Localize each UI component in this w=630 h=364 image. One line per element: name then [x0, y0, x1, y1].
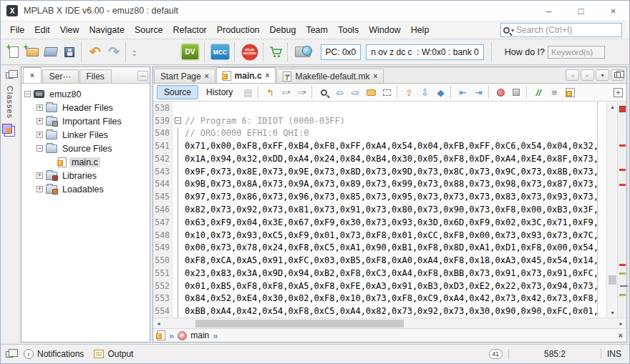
expand-icon[interactable]: +	[37, 104, 43, 111]
line-number[interactable]: 540	[153, 127, 173, 140]
search-box[interactable]: ▾	[500, 23, 622, 37]
code-line-550[interactable]: 5500xF8,0xCA,0xA5,0x91,0xFC,0x03,0xB5,0x…	[153, 254, 606, 267]
source-view-button[interactable]: Source	[157, 85, 198, 99]
code-line-553[interactable]: 5530x84,0x52,0xE4,0x30,0x02,0xF8,0x10,0x…	[153, 292, 606, 305]
classes-icon[interactable]	[4, 126, 15, 137]
toolbar-overflow-button[interactable]: ⌄⌄	[132, 49, 137, 56]
code-line-543[interactable]: 5430x9F,0x73,0x8E,0x73,0x9E,0x73,0x8D,0x…	[153, 165, 606, 178]
new-project-button[interactable]	[23, 43, 42, 62]
menu-item-file[interactable]: File	[5, 23, 29, 37]
tab-projects[interactable]: ×	[23, 67, 42, 83]
back-icon[interactable]: ⇐▾	[278, 85, 293, 99]
menu-item-refactor[interactable]: Refactor	[168, 23, 212, 37]
horizontal-scrollbar[interactable]: ◂ ▸	[153, 318, 626, 328]
line-number[interactable]: 553	[153, 292, 173, 305]
menu-item-team[interactable]: Team	[301, 23, 333, 37]
tree-item-linker-files[interactable]: +Linker Files	[21, 128, 150, 142]
record-macro-icon[interactable]	[493, 85, 508, 99]
expand-icon[interactable]: +	[37, 132, 43, 138]
notifications-button[interactable]: i Notifications	[24, 349, 84, 359]
mcc-button[interactable]: MCC	[209, 43, 232, 62]
line-number[interactable]: 544	[153, 178, 173, 191]
history-view-button[interactable]: History	[200, 86, 239, 99]
close-icon[interactable]: ×	[266, 72, 270, 79]
menu-item-navigate[interactable]: Navigate	[84, 23, 130, 37]
stripe-mark-caret[interactable]	[620, 285, 628, 287]
stripe-mark-error[interactable]	[619, 264, 626, 266]
redo-button[interactable]: ↷	[105, 43, 123, 62]
menu-item-edit[interactable]: Edit	[29, 23, 55, 37]
scroll-right-icon[interactable]: ▸	[616, 318, 626, 328]
code-line-539[interactable]: 539−// Program 6: IDIOT (0000-03FF)	[153, 114, 606, 127]
window-group-icon[interactable]	[6, 351, 14, 358]
menu-item-view[interactable]: View	[55, 23, 84, 37]
code-line-551[interactable]: 5510x23,0x83,0x3A,0x9D,0x94,0xB2,0xF8,0x…	[153, 267, 606, 280]
code-line-544[interactable]: 5440x9B,0x73,0x8A,0x73,0x9A,0x73,0x89,0x…	[153, 178, 606, 191]
tab-makefile[interactable]: Makefile-default.mk ×	[276, 69, 384, 83]
classes-dock-tab[interactable]: Classes	[6, 86, 14, 119]
line-number[interactable]: 554	[153, 305, 173, 318]
code-line-540[interactable]: 540// ORG:0000 EFHI:0 QHI:0	[153, 127, 606, 140]
menu-item-source[interactable]: Source	[130, 23, 168, 37]
tree-item-emuz80[interactable]: −emuz80	[21, 87, 150, 101]
code-line-549[interactable]: 5490x00,0x73,0x78,0x24,0xF8,0xC5,0xA1,0x…	[153, 241, 606, 254]
tree-item-loadables[interactable]: +Loadables	[21, 182, 150, 196]
status-flags-box[interactable]: n ov z dc c : W:0x0 : bank 0	[366, 44, 484, 60]
vertical-scrollbar[interactable]: ▲ ▼	[606, 102, 617, 318]
stripe-mark-error[interactable]	[619, 169, 626, 171]
line-number[interactable]: 541	[153, 139, 173, 152]
tree-item-header-files[interactable]: +Header Files	[21, 101, 150, 114]
line-number[interactable]: 551	[153, 267, 173, 280]
menu-item-help[interactable]: Help	[406, 23, 435, 37]
line-number[interactable]: 547	[153, 216, 173, 229]
output-button[interactable]: Output	[94, 349, 133, 359]
uncomment-icon[interactable]: ≡	[547, 85, 561, 99]
undo-button[interactable]: ↶	[86, 43, 105, 62]
menu-item-window[interactable]: Window	[364, 23, 405, 37]
error-stripe[interactable]	[617, 102, 626, 318]
code-column[interactable]: 538539−// Program 6: IDIOT (0000-03FF)54…	[153, 102, 606, 318]
data-visualizer-button[interactable]: DV	[179, 43, 202, 62]
code-line-548[interactable]: 5480x10,0x73,0x93,0xC5,0xF9,0x01,0x73,0x…	[153, 229, 606, 242]
stop-macro-icon[interactable]	[509, 85, 523, 99]
new-file-button[interactable]	[4, 43, 23, 62]
comment-icon[interactable]: //	[531, 85, 546, 99]
find-selection-icon[interactable]	[316, 85, 331, 99]
keyword-input[interactable]	[548, 46, 605, 59]
shift-right-icon[interactable]: ⇥	[471, 85, 485, 99]
format-icon[interactable]: ▤	[241, 85, 255, 99]
toggle-bookmark-icon[interactable]: ◆	[433, 85, 447, 99]
toggle-highlight-icon[interactable]	[364, 85, 378, 99]
code-line-554[interactable]: 5540xBB,0xA4,0x42,0x54,0xF8,0xC5,0xA4,0x…	[153, 305, 606, 318]
expand-icon[interactable]: +	[37, 172, 43, 179]
last-edit-position-icon[interactable]: ↰	[263, 85, 277, 99]
find-previous-icon[interactable]: ⇦	[332, 85, 346, 99]
close-button[interactable]: ×	[597, 1, 629, 21]
stripe-mark-error[interactable]	[619, 184, 626, 186]
horizontal-scrollbar-thumb[interactable]	[195, 320, 404, 328]
line-number[interactable]: 548	[153, 229, 173, 242]
chevron-right-icon[interactable]: »	[213, 331, 218, 340]
menu-item-production[interactable]: Production	[212, 23, 265, 37]
line-number[interactable]: 545	[153, 190, 173, 203]
chevron-down-icon[interactable]: ▾	[511, 27, 514, 34]
line-number[interactable]: 539	[153, 114, 173, 127]
stripe-mark-error[interactable]	[619, 144, 626, 147]
code-line-542[interactable]: 5420x1A,0x94,0x32,0xDD,0xA4,0x24,0x84,0x…	[153, 152, 606, 165]
code-line-552[interactable]: 5520x01,0xB5,0xF8,0xF8,0xA5,0xF8,0xFE,0x…	[153, 280, 606, 292]
microchip-store-button[interactable]	[268, 44, 285, 60]
restore-window-icon[interactable]	[6, 72, 14, 79]
scroll-up-icon[interactable]: ▲	[607, 102, 618, 112]
menu-item-tools[interactable]: Tools	[333, 23, 364, 37]
tab-files[interactable]: Files	[79, 69, 112, 83]
collapse-icon[interactable]: −	[24, 91, 31, 97]
line-number[interactable]: 549	[153, 241, 173, 254]
tab-start-page[interactable]: Start Page ×	[154, 69, 215, 83]
tree-item-main-c[interactable]: main.c	[21, 155, 150, 169]
forward-icon[interactable]: ⇒▾	[294, 85, 309, 99]
shift-left-icon[interactable]: ⇤	[455, 85, 470, 99]
code-line-541[interactable]: 5410x71,0x00,0xF8,0xFF,0xB4,0xF8,0xFF,0x…	[153, 139, 606, 152]
expand-icon[interactable]: +	[37, 118, 43, 124]
minimize-panel-button[interactable]: —	[137, 71, 148, 81]
scroll-left-icon[interactable]: ◂	[153, 318, 164, 328]
